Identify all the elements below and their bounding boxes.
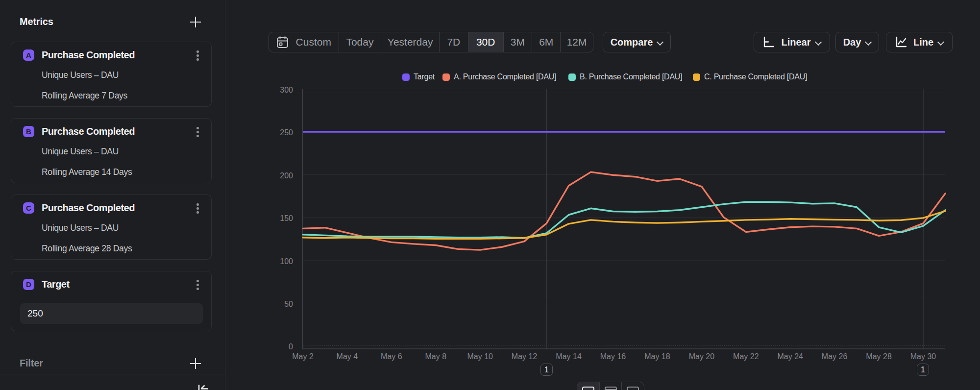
svg-text:300: 300: [280, 86, 293, 94]
svg-text:May 8: May 8: [425, 352, 447, 361]
svg-text:May 18: May 18: [644, 352, 670, 361]
svg-text:0: 0: [289, 342, 293, 351]
svg-text:150: 150: [280, 214, 293, 222]
svg-text:May 6: May 6: [381, 352, 402, 361]
svg-text:May 12: May 12: [512, 352, 538, 361]
svg-text:100: 100: [280, 257, 293, 266]
svg-text:May 16: May 16: [600, 352, 626, 361]
svg-text:250: 250: [280, 128, 293, 137]
svg-text:May 20: May 20: [689, 352, 715, 361]
svg-text:May 30: May 30: [910, 352, 936, 361]
svg-text:May 22: May 22: [733, 352, 759, 361]
svg-text:May 24: May 24: [777, 352, 803, 361]
svg-text:200: 200: [280, 171, 293, 180]
svg-text:May 28: May 28: [866, 352, 892, 361]
svg-text:May 10: May 10: [467, 352, 493, 361]
svg-text:May 4: May 4: [337, 352, 358, 361]
svg-text:May 14: May 14: [556, 352, 582, 361]
svg-text:May 26: May 26: [822, 352, 848, 361]
svg-text:50: 50: [284, 300, 293, 308]
svg-text:May 2: May 2: [292, 352, 314, 361]
